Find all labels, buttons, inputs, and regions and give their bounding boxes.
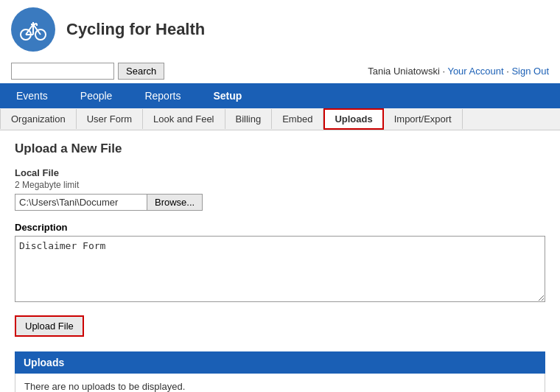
uploads-empty-message: There are no uploads to be displayed. bbox=[15, 374, 545, 392]
description-label: Description bbox=[15, 222, 545, 233]
sub-nav-embed[interactable]: Embed bbox=[272, 109, 323, 129]
main-nav: Events People Reports Setup bbox=[0, 83, 560, 108]
search-area: Search bbox=[11, 63, 164, 80]
app-logo bbox=[11, 7, 55, 52]
file-limit-hint: 2 Megabyte limit bbox=[15, 180, 545, 190]
sign-out-link[interactable]: Sign Out bbox=[511, 66, 549, 77]
description-textarea[interactable] bbox=[15, 236, 545, 302]
app-title: Cycling for Health bbox=[66, 20, 205, 39]
sub-nav: Organization User Form Look and Feel Bil… bbox=[0, 108, 560, 130]
search-button[interactable]: Search bbox=[118, 63, 164, 80]
nav-item-reports[interactable]: Reports bbox=[128, 83, 197, 108]
nav-item-people[interactable]: People bbox=[64, 83, 129, 108]
sub-nav-organization[interactable]: Organization bbox=[0, 109, 77, 129]
uploads-section: Uploads There are no uploads to be displ… bbox=[15, 351, 545, 392]
your-account-link[interactable]: Your Account bbox=[447, 66, 503, 77]
search-input[interactable] bbox=[11, 63, 114, 80]
nav-item-setup[interactable]: Setup bbox=[197, 83, 258, 108]
sub-nav-user-form[interactable]: User Form bbox=[77, 109, 143, 129]
sub-nav-billing[interactable]: Billing bbox=[225, 109, 273, 129]
top-bar: Search Tania Uniatowski · Your Account ·… bbox=[0, 59, 560, 83]
user-area: Tania Uniatowski · Your Account · Sign O… bbox=[368, 66, 549, 77]
content-area: Upload a New File Local File 2 Megabyte … bbox=[0, 130, 560, 392]
app-header: Cycling for Health bbox=[0, 0, 560, 59]
upload-file-button[interactable]: Upload File bbox=[15, 315, 84, 337]
sub-nav-look-and-feel[interactable]: Look and Feel bbox=[143, 109, 225, 129]
bicycle-icon bbox=[18, 15, 48, 44]
file-input-row: Browse... bbox=[15, 194, 545, 211]
page-title: Upload a New File bbox=[15, 141, 545, 156]
user-name: Tania Uniatowski bbox=[368, 66, 440, 77]
file-path-display[interactable] bbox=[15, 194, 147, 211]
sub-nav-uploads[interactable]: Uploads bbox=[323, 108, 383, 130]
sub-nav-import-export[interactable]: Import/Export bbox=[384, 109, 463, 129]
uploads-section-title: Uploads bbox=[15, 351, 545, 374]
browse-button[interactable]: Browse... bbox=[147, 194, 203, 211]
local-file-label: Local File bbox=[15, 167, 545, 178]
nav-item-events[interactable]: Events bbox=[0, 83, 64, 108]
